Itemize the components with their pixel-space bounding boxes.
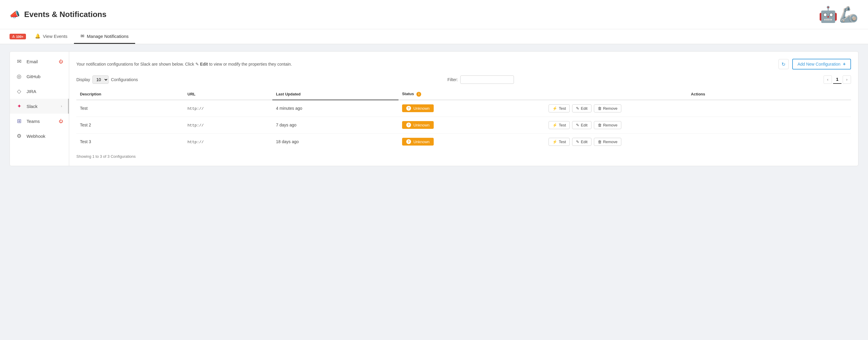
page-prev-button[interactable]: ‹: [824, 75, 832, 84]
edit-icon-inline: ✎: [195, 62, 200, 66]
trash-icon-0: 🗑: [598, 106, 601, 111]
table-row: Test http:// 4 minutes ago ? Unknown ⚡ T…: [76, 100, 851, 117]
test-button-0[interactable]: ⚡ Test: [549, 104, 570, 113]
trash-icon-2: 🗑: [598, 140, 601, 144]
edit-icon-2: ✎: [576, 140, 579, 144]
bell-icon: 🔔: [35, 33, 40, 39]
tab-view-events[interactable]: 🔔 View Events: [28, 29, 74, 44]
cell-url-0: http://: [184, 100, 273, 117]
trash-icon-1: 🗑: [598, 123, 601, 127]
chevron-right-icon: ›: [61, 104, 62, 108]
webhook-icon: ⚙: [16, 133, 22, 139]
add-new-configuration-button[interactable]: Add New Configuration +: [792, 59, 851, 69]
page-header: 📣 Events & Notifications 🤖 🦾: [0, 0, 868, 29]
sidebar-item-github[interactable]: ◎ GitHub: [10, 69, 69, 84]
jira-icon: ◇: [16, 88, 22, 95]
pagination-control: ‹ 1 ›: [824, 75, 851, 84]
display-label: Display: [76, 77, 90, 82]
description-suffix: to view or modify the properties they co…: [209, 62, 292, 66]
filter-input[interactable]: [460, 75, 514, 84]
email-power-icon: ⏻: [59, 59, 63, 64]
teams-power-icon: ⏻: [59, 119, 63, 123]
test-icon-1: ⚡: [552, 123, 557, 127]
table-controls: Display 10 25 50 Configurations Filter: …: [76, 75, 851, 84]
events-badge[interactable]: ⚠ 100+: [9, 34, 26, 39]
col-last-updated: Last Updated: [272, 89, 399, 100]
cell-status-2: ? Unknown: [399, 133, 545, 150]
sidebar: ✉ Email ⏻ ◎ GitHub ◇ JIRA ✦ Slack › ⊞ Te…: [9, 51, 69, 166]
page-current: 1: [833, 75, 841, 84]
sidebar-label-email: Email: [27, 59, 55, 64]
filter-control: Filter:: [447, 75, 514, 84]
sidebar-item-slack[interactable]: ✦ Slack ›: [10, 99, 69, 114]
panel-description: Your notification configurations for Sla…: [76, 62, 778, 66]
plus-icon: +: [843, 61, 846, 67]
cell-description-0: Test: [76, 100, 184, 117]
refresh-icon: ↻: [781, 61, 785, 67]
github-icon: ◎: [16, 73, 22, 80]
cell-description-2: Test 3: [76, 133, 184, 150]
tab-view-events-label: View Events: [43, 34, 67, 39]
slack-icon: ✦: [16, 103, 22, 110]
test-button-2[interactable]: ⚡ Test: [549, 138, 570, 146]
showing-text: Showing 1 to 3 of 3 Configurations: [76, 154, 136, 159]
test-icon-0: ⚡: [552, 106, 557, 111]
cell-status-1: ? Unknown: [399, 117, 545, 133]
cell-status-0: ? Unknown: [399, 100, 545, 117]
status-question-icon-1: ?: [406, 123, 411, 127]
data-table: Description URL Last Updated Status i Ac…: [76, 89, 851, 150]
sidebar-label-teams: Teams: [27, 119, 55, 124]
tab-manage-notifications[interactable]: ✉ Manage Notifications: [74, 29, 135, 44]
page-next-button[interactable]: ›: [843, 75, 851, 84]
sidebar-label-github: GitHub: [27, 74, 63, 79]
sidebar-item-teams[interactable]: ⊞ Teams ⏻: [10, 114, 69, 128]
sidebar-label-slack: Slack: [27, 104, 57, 109]
refresh-button[interactable]: ↻: [778, 59, 789, 69]
tabs-bar: ⚠ 100+ 🔔 View Events ✉ Manage Notificati…: [0, 29, 868, 44]
main-content: ✉ Email ⏻ ◎ GitHub ◇ JIRA ✦ Slack › ⊞ Te…: [0, 44, 868, 173]
panel-header: Your notification configurations for Sla…: [76, 59, 851, 69]
configurations-label: Configurations: [111, 77, 138, 82]
cell-description-1: Test 2: [76, 117, 184, 133]
cell-actions-1: ⚡ Test ✎ Edit 🗑 Remove: [545, 117, 851, 133]
badge-count: 100+: [16, 35, 24, 38]
edit-button-2[interactable]: ✎ Edit: [572, 138, 591, 146]
sidebar-item-email[interactable]: ✉ Email ⏻: [10, 54, 69, 69]
status-info-icon[interactable]: i: [416, 92, 421, 97]
status-text-0: Unknown: [413, 106, 430, 111]
cell-last-updated-2: 18 days ago: [272, 133, 399, 150]
test-button-1[interactable]: ⚡ Test: [549, 121, 570, 129]
test-icon-2: ⚡: [552, 140, 557, 144]
table-row: Test 3 http:// 18 days ago ? Unknown ⚡ T…: [76, 133, 851, 150]
cell-last-updated-1: 7 days ago: [272, 117, 399, 133]
mascot-right: 🦾: [839, 5, 859, 24]
table-footer: Showing 1 to 3 of 3 Configurations: [76, 154, 851, 159]
display-select[interactable]: 10 25 50: [92, 75, 108, 84]
table-header-row: Description URL Last Updated Status i Ac…: [76, 89, 851, 100]
cell-url-1: http://: [184, 117, 273, 133]
megaphone-icon: 📣: [9, 9, 20, 20]
envelope-icon: ✉: [81, 33, 85, 39]
edit-icon-0: ✎: [576, 106, 579, 111]
sidebar-item-jira[interactable]: ◇ JIRA: [10, 84, 69, 99]
email-icon: ✉: [16, 58, 22, 65]
sidebar-item-webhook[interactable]: ⚙ Webhook: [10, 128, 69, 144]
remove-button-0[interactable]: 🗑 Remove: [594, 104, 621, 113]
edit-button-0[interactable]: ✎ Edit: [572, 104, 591, 113]
cell-last-updated-0: 4 minutes ago: [272, 100, 399, 117]
add-new-label: Add New Configuration: [798, 62, 841, 66]
badge-icon: ⚠: [12, 35, 15, 38]
table-row: Test 2 http:// 7 days ago ? Unknown ⚡ Te…: [76, 117, 851, 133]
filter-label: Filter:: [447, 77, 458, 82]
edit-button-1[interactable]: ✎ Edit: [572, 121, 591, 129]
status-question-icon-2: ?: [406, 139, 411, 144]
col-description: Description: [76, 89, 184, 100]
page-header-left: 📣 Events & Notifications: [9, 9, 106, 20]
sidebar-label-jira: JIRA: [27, 89, 63, 94]
remove-button-1[interactable]: 🗑 Remove: [594, 121, 621, 129]
col-actions: Actions: [545, 89, 851, 100]
edit-strong: Edit: [200, 62, 208, 66]
teams-icon: ⊞: [16, 118, 22, 124]
remove-button-2[interactable]: 🗑 Remove: [594, 138, 621, 146]
panel-actions: ↻ Add New Configuration +: [778, 59, 851, 69]
